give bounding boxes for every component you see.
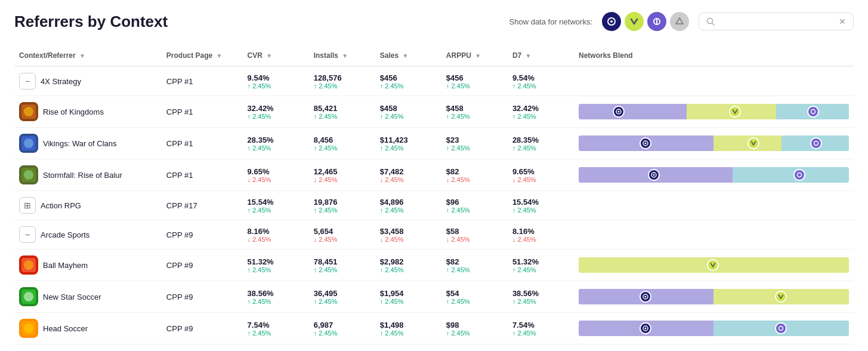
installs-cell: 36,495 2.45%: [309, 281, 375, 313]
col-header-d7[interactable]: D7 ▼: [508, 45, 574, 66]
context-cell: ⊞ Action RPG: [14, 191, 162, 220]
row-name: Vikings: War of Clans: [43, 139, 117, 148]
svg-point-11: [617, 111, 619, 113]
blend-bar: [579, 257, 849, 273]
collapse-icon[interactable]: −: [19, 226, 36, 243]
arppu-cell: $456 2.45%: [441, 66, 508, 96]
ironsource-icon[interactable]: [602, 12, 621, 31]
sales-value: $1,498: [380, 321, 437, 330]
context-cell: − 4X Strategy: [14, 66, 162, 96]
table-row[interactable]: Head Soccer CPP #9 7.54% 2.45% 6,987 2.4…: [14, 313, 854, 344]
col-header-installs[interactable]: Installs ▼: [309, 45, 375, 66]
search-input[interactable]: [719, 17, 834, 26]
d7-cell: 32.42% 2.45%: [508, 96, 574, 128]
unity-icon[interactable]: [670, 12, 689, 31]
arppu-cell: $98 2.45%: [441, 313, 508, 344]
cvr-change: 2.45%: [248, 207, 304, 214]
table-row[interactable]: Vikings: War of Clans CPP #1 28.35% 2.45…: [14, 128, 854, 159]
cvr-value: 32.42%: [248, 104, 304, 113]
svg-point-18: [814, 141, 818, 146]
d7-change: 2.45%: [512, 113, 569, 120]
arppu-change: 2.45%: [446, 113, 503, 120]
col-header-product[interactable]: Product Page ▼: [162, 45, 243, 66]
arppu-change: 2.45%: [446, 236, 503, 243]
table-row[interactable]: Rise of Kingdoms CPP #1 32.42% 2.45% 85,…: [14, 96, 854, 128]
cvr-cell: 9.54% 2.45%: [243, 66, 309, 96]
cvr-value: 38.56%: [248, 289, 304, 298]
d7-value: 32.42%: [512, 104, 569, 113]
cvr-sort-icon: ▼: [266, 53, 272, 59]
d7-cell: 38.56% 2.45%: [508, 281, 574, 313]
arppu-value: $96: [446, 198, 503, 207]
table-row[interactable]: Ball Mayhem CPP #9 51.32% 2.45% 78,451 2…: [14, 250, 854, 281]
blend-bar: [579, 289, 849, 304]
cvr-value: 9.65%: [248, 167, 304, 176]
arppu-value: $58: [446, 227, 503, 236]
table-row[interactable]: New Star Soccer CPP #9 38.56% 2.45% 36,4…: [14, 281, 854, 313]
installs-value: 6,987: [314, 321, 370, 330]
arppu-cell: $82 2.45%: [441, 250, 508, 281]
network-icons: [602, 12, 689, 31]
product-value: CPP #17: [166, 201, 197, 210]
col-header-cvr[interactable]: CVR ▼: [243, 45, 309, 66]
sales-change: 2.45%: [380, 113, 437, 120]
arppu-cell: $58 2.45%: [441, 220, 508, 250]
sales-change: 2.45%: [380, 176, 437, 183]
sales-change: 2.45%: [380, 144, 437, 152]
networks-label: Show data for networks:: [509, 17, 592, 26]
sales-value: $456: [380, 73, 437, 82]
sales-change: 2.45%: [380, 82, 437, 90]
table-row[interactable]: − Arcade Sports CPP #9 8.16% 2.45% 5,654…: [14, 220, 854, 250]
sales-change: 2.45%: [380, 266, 437, 273]
search-box[interactable]: ✕: [699, 13, 854, 30]
blend-dot: [729, 106, 741, 118]
d7-value: 15.54%: [512, 198, 569, 207]
svg-point-23: [653, 174, 654, 176]
d7-cell: 7.54% 2.45%: [508, 313, 574, 344]
installs-value: 85,421: [314, 104, 370, 113]
search-clear-button[interactable]: ✕: [839, 17, 846, 26]
sales-cell: $456 2.45%: [375, 66, 441, 96]
product-value: CPP #9: [166, 230, 193, 239]
svg-marker-4: [676, 18, 683, 24]
sales-value: $11,423: [380, 136, 437, 144]
sales-cell: $2,982 2.45%: [375, 250, 441, 281]
installs-value: 12,465: [314, 167, 370, 176]
expand-icon[interactable]: ⊞: [19, 197, 36, 214]
context-cell: Ball Mayhem: [14, 250, 162, 281]
vungle-icon[interactable]: [625, 12, 644, 31]
cvr-value: 9.54%: [248, 73, 304, 82]
collapse-icon[interactable]: −: [19, 73, 36, 90]
cvr-value: 51.32%: [248, 257, 304, 266]
applovin-icon[interactable]: [647, 12, 666, 31]
d7-value: 28.35%: [512, 136, 569, 144]
ironsource-logo: [607, 17, 616, 26]
col-header-arppu[interactable]: ARPPU ▼: [441, 45, 508, 66]
d7-change: 2.45%: [512, 176, 569, 183]
cvr-change: 2.45%: [248, 176, 304, 183]
blend-bar: [579, 104, 849, 119]
installs-value: 5,654: [314, 227, 370, 236]
sales-value: $1,954: [380, 289, 437, 298]
sales-sort-icon: ▼: [402, 53, 408, 59]
table-row[interactable]: − 4X Strategy CPP #1 9.54% 2.45% 128,576…: [14, 66, 854, 96]
sales-change: 2.45%: [380, 298, 437, 305]
d7-value: 7.54%: [512, 321, 569, 330]
d7-cell: 9.54% 2.45%: [508, 66, 574, 96]
sales-cell: $458 2.45%: [375, 96, 441, 128]
installs-change: 2.45%: [314, 236, 370, 243]
cvr-cell: 15.54% 2.45%: [243, 191, 309, 220]
table-row[interactable]: Stormfall: Rise of Balur CPP #1 9.65% 2.…: [14, 159, 854, 191]
installs-sort-icon: ▼: [342, 53, 348, 59]
arppu-cell: $23 2.45%: [441, 128, 508, 159]
col-header-sales[interactable]: Sales ▼: [375, 45, 441, 66]
d7-cell: 51.32% 2.45%: [508, 250, 574, 281]
table-row[interactable]: ⊞ Action RPG CPP #17 15.54% 2.45% 19,876…: [14, 191, 854, 220]
game-icon: [19, 102, 38, 121]
installs-change: 2.45%: [314, 82, 370, 90]
game-icon: [19, 319, 38, 338]
col-header-context[interactable]: Context/Referrer ▼: [14, 45, 162, 66]
blend-dot: [648, 169, 660, 181]
context-sort-icon: ▼: [79, 53, 85, 59]
sales-cell: $11,423 2.45%: [375, 128, 441, 159]
